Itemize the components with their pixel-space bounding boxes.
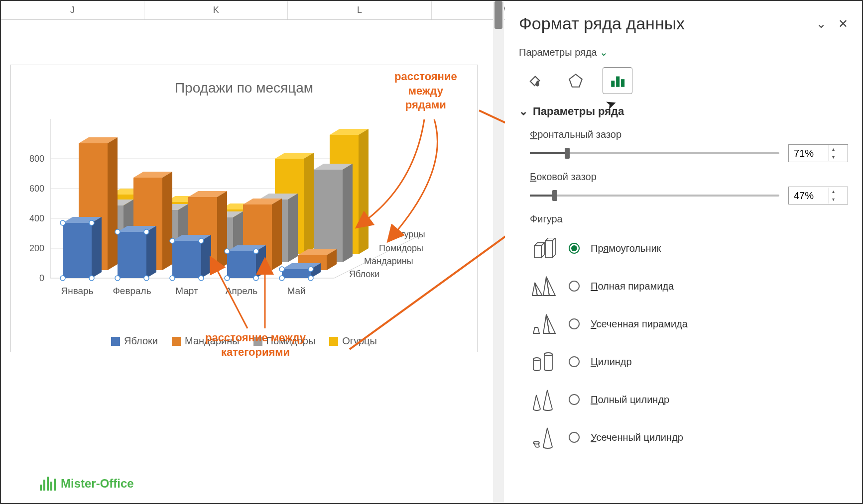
svg-point-80 [144,276,149,281]
shape-option-cylinder[interactable]: Цилиндр [530,350,848,373]
svg-point-76 [89,276,94,281]
worksheet-area[interactable]: Продажи по месяцам 0 200 400 600 800 [1,20,493,503]
svg-text:Огурцы: Огурцы [394,229,425,239]
svg-marker-111 [552,238,555,258]
col-L[interactable]: L [288,1,431,19]
vertical-scrollbar[interactable] [493,1,504,504]
svg-point-74 [89,220,94,225]
series-options-dropdown[interactable]: Параметры ряда ⌄ [519,46,848,58]
radio-icon[interactable] [569,394,580,405]
shape-option-full-cone[interactable]: Полный цилиндр [530,388,848,411]
spinner-down-icon[interactable]: ▾ [829,153,838,161]
legend-item[interactable]: Яблоки [111,335,158,347]
close-icon[interactable]: ✕ [838,17,848,31]
svg-point-77 [115,229,120,234]
effects-tab-icon[interactable] [561,67,591,94]
spinner-up-icon[interactable]: ▴ [829,145,838,153]
shape-option-box[interactable]: Прямоугольник [530,237,848,260]
front-gap-slider[interactable] [530,152,779,154]
radio-icon[interactable] [569,281,580,292]
svg-rect-109 [545,241,552,258]
chevron-down-icon: ⌄ [519,105,528,118]
cylinder-shape-icon [530,350,558,373]
side-gap-input[interactable] [789,190,829,202]
chevron-down-icon[interactable]: ⌄ [816,17,826,31]
svg-point-87 [225,276,230,281]
annotation-rows: расстояниемеждурядами [394,70,457,112]
svg-text:Помидоры: Помидоры [379,243,423,253]
scroll-thumb[interactable] [494,1,502,29]
svg-point-86 [253,249,258,254]
fill-tab-icon[interactable] [519,67,549,94]
svg-rect-40 [314,170,343,262]
svg-marker-113 [535,283,542,296]
svg-rect-61 [118,232,146,278]
svg-point-92 [308,276,313,281]
svg-text:Яблоки: Яблоки [349,269,379,279]
svg-marker-51 [217,191,227,270]
spinner-down-icon[interactable]: ▾ [829,196,838,203]
svg-marker-108 [541,243,544,258]
svg-point-78 [144,229,149,234]
svg-text:Апрель: Апрель [226,286,258,296]
svg-point-73 [60,220,65,225]
svg-rect-104 [616,77,619,87]
svg-point-82 [199,238,204,243]
svg-point-84 [199,276,204,281]
series-tab-icon[interactable] [603,67,632,94]
svg-marker-118 [546,314,555,333]
svg-text:400: 400 [29,213,44,223]
legend-item[interactable]: Огурцы [329,335,377,347]
svg-text:Май: Май [287,286,305,296]
svg-point-91 [279,276,284,281]
format-tabs: ➤ [519,67,848,94]
radio-icon[interactable] [569,356,580,367]
svg-marker-24 [304,153,314,254]
svg-marker-102 [569,74,582,87]
radio-icon[interactable] [569,432,580,443]
col-K[interactable]: K [144,1,288,19]
svg-text:200: 200 [29,243,44,253]
shape-option-full-pyramid[interactable]: Полная пирамида [530,275,848,298]
front-gap-input[interactable] [789,148,829,159]
svg-point-85 [225,249,230,254]
col-J[interactable]: J [1,1,144,19]
series-options-section[interactable]: ⌄ Параметры ряда [519,105,848,118]
format-data-series-panel: Формат ряда данных ⌄ ✕ Параметры ряда ⌄ … [505,1,862,503]
chart-plot-area[interactable]: 0 200 400 600 800 [15,104,474,313]
svg-rect-64 [172,241,201,278]
svg-marker-45 [108,137,118,270]
svg-marker-116 [533,327,539,333]
pyramid-shape-icon [530,275,558,298]
shape-section-label: Фигура [530,213,848,225]
side-gap-slider[interactable] [530,195,779,197]
spinner-up-icon[interactable]: ▴ [829,188,838,196]
partial-cone-shape-icon [530,426,558,449]
svg-marker-39 [288,194,298,262]
svg-marker-115 [546,277,555,296]
svg-point-88 [253,276,258,281]
svg-rect-58 [63,223,92,278]
svg-marker-27 [359,129,369,254]
front-gap-spinner[interactable]: ▴▾ [788,144,848,162]
radio-icon[interactable] [569,318,580,329]
cone-shape-icon [530,388,558,411]
shape-option-partial-pyramid[interactable]: Усеченная пирамида [530,312,848,335]
svg-rect-70 [282,269,311,278]
panel-title: Формат ряда данных [519,14,685,33]
svg-marker-60 [92,217,102,278]
box-shape-icon [530,237,558,260]
svg-text:Январь: Январь [61,286,93,296]
svg-point-120 [544,353,552,356]
svg-point-90 [308,267,313,272]
svg-rect-105 [621,79,624,87]
svg-text:0: 0 [39,273,44,283]
svg-point-83 [170,276,175,281]
shape-option-partial-cone[interactable]: Усеченный цилиндр [530,426,848,449]
svg-text:Мандарины: Мандарины [364,256,413,266]
chevron-down-icon: ⌄ [600,47,608,58]
svg-point-79 [115,276,120,281]
svg-marker-48 [162,172,172,270]
side-gap-spinner[interactable]: ▴▾ [788,187,848,204]
radio-icon[interactable] [569,243,580,254]
